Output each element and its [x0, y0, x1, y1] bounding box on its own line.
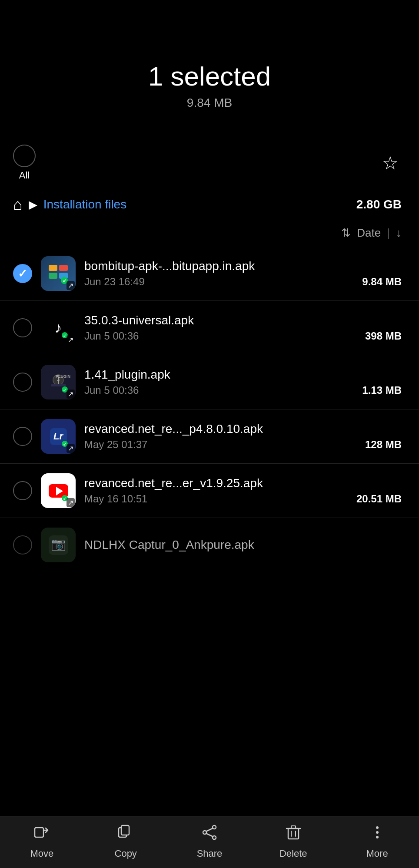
file-name-5: revanced.net_re...er_v1.9.25.apk [84, 476, 402, 490]
file-size-2: 398 MB [365, 330, 402, 342]
file-meta-5: May 16 10:51 20.51 MB [84, 493, 402, 505]
header-area: 1 selected 9.84 MB [0, 0, 419, 136]
svg-rect-27 [35, 828, 43, 837]
file-size-4: 128 MB [365, 439, 402, 451]
expand-badge: ↗ [67, 335, 75, 344]
file-name-1: bombitup-apk-...bitupapp.in.apk [84, 259, 402, 273]
svg-point-41 [376, 831, 379, 834]
expand-badge: ↗ [67, 281, 75, 290]
star-icon: ☆ [382, 152, 399, 174]
svg-point-30 [213, 825, 216, 829]
select-all-button[interactable]: All [13, 145, 36, 181]
svg-rect-12 [51, 384, 66, 386]
svg-text:PLUGIN: PLUGIN [55, 374, 70, 379]
selected-size: 9.84 MB [187, 96, 232, 110]
svg-rect-35 [288, 828, 299, 839]
svg-rect-1 [59, 265, 68, 271]
nav-delete-button[interactable]: Delete [251, 824, 335, 859]
select-all-label: All [19, 170, 30, 181]
nav-copy-button[interactable]: Copy [84, 824, 168, 859]
file-name-4: revanced.net_re..._p4.8.0.10.apk [84, 422, 402, 436]
nav-copy-label: Copy [115, 848, 137, 859]
file-info-3: 1.41_plugin.apk Jun 5 00:36 1.13 MB [84, 368, 402, 396]
file-name-2: 35.0.3-universal.apk [84, 314, 402, 327]
svg-rect-2 [49, 273, 57, 279]
file-icon-4: Lr ↙ ↗ [41, 419, 76, 454]
star-button[interactable]: ☆ [379, 152, 402, 174]
controls-row: All ☆ [0, 136, 419, 190]
file-item[interactable]: Lr ↙ ↗ revanced.net_re..._p4.8.0.10.apk … [0, 409, 419, 464]
file-checkbox-5[interactable] [13, 481, 32, 500]
sort-order-icon[interactable]: ↓ [396, 226, 402, 240]
file-icon-1: ↙ ↗ [41, 256, 76, 291]
file-checkbox-2[interactable] [13, 318, 32, 337]
svg-text:↙: ↙ [63, 333, 67, 338]
svg-line-34 [206, 834, 213, 837]
more-icon [369, 824, 386, 845]
expand-badge: ↗ [67, 389, 75, 399]
sort-row: ⇅ Date | ↓ [0, 219, 419, 247]
sort-divider: | [387, 226, 390, 240]
svg-text:↙: ↙ [63, 442, 67, 446]
sort-label[interactable]: Date [357, 226, 381, 240]
svg-point-32 [203, 831, 206, 834]
svg-rect-37 [291, 826, 296, 828]
home-folder-icon: ⌂ [13, 195, 23, 214]
svg-point-40 [376, 826, 379, 829]
file-checkbox-1[interactable]: ✓ [13, 264, 32, 283]
file-size-5: 20.51 MB [356, 493, 402, 505]
file-info-4: revanced.net_re..._p4.8.0.10.apk May 25 … [84, 422, 402, 451]
breadcrumb-path[interactable]: Installation files [43, 198, 126, 211]
file-meta-3: Jun 5 00:36 1.13 MB [84, 384, 402, 396]
check-icon: ✓ [18, 267, 27, 281]
selected-count: 1 selected [148, 61, 271, 92]
svg-point-31 [213, 836, 216, 839]
file-size-3: 1.13 MB [362, 384, 402, 396]
file-info-1: bombitup-apk-...bitupapp.in.apk Jun 23 1… [84, 259, 402, 288]
file-date-5: May 16 10:51 [84, 493, 147, 505]
svg-text:📷: 📷 [50, 537, 66, 551]
file-checkbox-3[interactable] [13, 373, 32, 392]
svg-rect-0 [49, 265, 57, 271]
file-item[interactable]: ♫ PLUGIN ↙ ↗ 1.41_plugin.apk Jun 5 00:36… [0, 355, 419, 409]
svg-point-42 [376, 836, 379, 838]
file-meta-1: Jun 23 16:49 9.84 MB [84, 276, 402, 288]
svg-text:↙: ↙ [63, 496, 67, 501]
apk-icon-partial: 📷 [41, 528, 76, 562]
nav-move-button[interactable]: Move [0, 824, 84, 859]
select-all-checkbox[interactable] [13, 145, 36, 167]
breadcrumb-size: 2.80 GB [356, 198, 402, 211]
copy-icon [117, 824, 134, 845]
file-item-partial[interactable]: 📷 NDLHX Captur_0_Ankpure.apk [0, 518, 419, 567]
nav-move-label: Move [30, 848, 54, 859]
expand-badge: ↗ [67, 498, 75, 507]
file-item[interactable]: ♪ ↙ ↗ 35.0.3-universal.apk Jun 5 00:36 3… [0, 301, 419, 355]
file-size-1: 9.84 MB [362, 276, 402, 288]
file-name-3: 1.41_plugin.apk [84, 368, 402, 382]
svg-text:↙: ↙ [63, 278, 67, 283]
file-date-2: Jun 5 00:36 [84, 330, 139, 342]
expand-badge: ↗ [67, 444, 75, 453]
file-icon-2: ♪ ↙ ↗ [41, 310, 76, 345]
svg-rect-29 [121, 825, 129, 835]
breadcrumb-left: ⌂ ▶ Installation files [13, 195, 126, 214]
file-checkbox-4[interactable] [13, 427, 32, 446]
file-list: ✓ ↙ ↗ bombitup-apk-...bitupapp.in.apk Ju… [0, 247, 419, 567]
file-icon-3: ♫ PLUGIN ↙ ↗ [41, 365, 76, 399]
file-info-2: 35.0.3-universal.apk Jun 5 00:36 398 MB [84, 314, 402, 342]
bottom-nav: Move Copy Share [0, 816, 419, 868]
breadcrumb-arrow-icon: ▶ [29, 198, 37, 211]
nav-more-label: More [366, 848, 388, 859]
file-name-partial: NDLHX Captur_0_Ankpure.apk [84, 538, 402, 552]
file-date-4: May 25 01:37 [84, 439, 147, 451]
nav-share-button[interactable]: Share [168, 824, 252, 859]
nav-delete-label: Delete [279, 848, 307, 859]
file-checkbox-partial[interactable] [13, 535, 32, 554]
nav-share-label: Share [197, 848, 223, 859]
svg-line-33 [206, 828, 213, 832]
file-item[interactable]: ✓ ↙ ↗ bombitup-apk-...bitupapp.in.apk Ju… [0, 247, 419, 301]
file-item[interactable]: ↙ ↗ revanced.net_re...er_v1.9.25.apk May… [0, 464, 419, 518]
sort-icon[interactable]: ⇅ [341, 226, 351, 240]
svg-text:Lr: Lr [53, 431, 63, 442]
nav-more-button[interactable]: More [335, 824, 419, 859]
